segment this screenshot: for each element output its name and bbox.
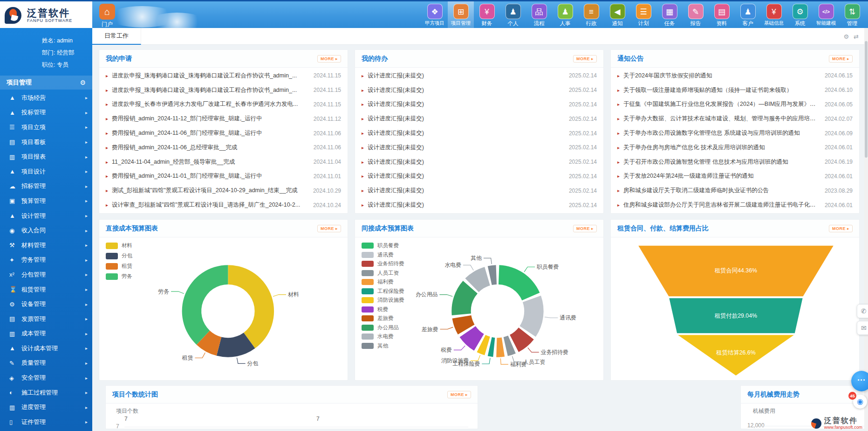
donut-slice-通讯费[interactable] — [519, 296, 543, 337]
nav-item-6[interactable]: ≡行政 — [578, 1, 604, 29]
list-item[interactable]: ▸设计进度汇报(未提交)2025.02.14 — [362, 100, 597, 108]
list-item[interactable]: ▸设计进度汇报(未提交)2025.02.14 — [362, 201, 597, 209]
list-item[interactable]: ▸费用报销_admin_2024-11-06_部门经理审批_胡建,_运行中202… — [106, 129, 341, 137]
phone-icon[interactable]: ✆ — [857, 304, 868, 318]
toggle-icon[interactable]: ⇄ — [854, 33, 859, 40]
list-item[interactable]: ▸房和城乡建设厅关于取消二级建造师临时执业证书的公告2023.08.29 — [617, 187, 853, 195]
nav-item-15[interactable]: </>智能建模 — [813, 1, 839, 29]
list-item[interactable]: ▸设计进度汇报(未提交)2025.02.14 — [362, 172, 597, 180]
legend-item[interactable]: 税费 — [362, 306, 404, 313]
donut-slice-劳务[interactable] — [182, 265, 228, 345]
list-item[interactable]: ▸设计进度汇报(未提交)2025.02.14 — [362, 86, 597, 94]
sidebar-item-11[interactable]: ✦劳务管理▸ — [0, 253, 92, 268]
nav-item-4[interactable]: 品流程 — [526, 1, 552, 29]
nav-item-9[interactable]: ▦任务 — [656, 1, 683, 29]
vertical-scrollbar[interactable] — [864, 28, 868, 431]
legend-item[interactable]: 材料 — [106, 242, 132, 249]
legend-item[interactable]: 分包 — [106, 252, 132, 259]
list-item[interactable]: ▸进度款申报_珠海鹤港口建设_珠海鹤港口建设工程合作协议书_admin_...2… — [106, 86, 341, 94]
more-button[interactable]: MORE ▸ — [447, 391, 471, 398]
sidebar-item-19[interactable]: ◈安全管理▸ — [0, 370, 92, 385]
sidebar-item-16[interactable]: ▥成本管理▸ — [0, 327, 92, 341]
donut-slice-材料[interactable] — [228, 265, 274, 348]
legend-item[interactable]: 租赁 — [106, 263, 132, 270]
nav-item-1[interactable]: ⊞项目管理 — [448, 1, 474, 29]
legend-item[interactable]: 水电费 — [362, 333, 404, 340]
sidebar-item-1[interactable]: ▲投标管理▸ — [0, 105, 92, 120]
sidebar-item-2[interactable]: ☰项目立项▸ — [0, 120, 92, 135]
nav-item-portal[interactable]: ⌂ 门户 — [97, 4, 117, 28]
mail-icon[interactable]: ✉ — [857, 321, 868, 335]
legend-item[interactable]: 其他 — [362, 342, 404, 349]
legend-item[interactable]: 劳务 — [106, 273, 132, 280]
nav-item-8[interactable]: ☰计划 — [630, 1, 656, 29]
list-item[interactable]: ▸设计进度汇报(未提交)2025.02.14 — [362, 115, 597, 123]
legend-item[interactable]: 业务招待费 — [362, 260, 404, 267]
sidebar-section-header[interactable]: 项目管理 ⚙ — [0, 76, 92, 90]
more-button[interactable]: MORE ▸ — [573, 225, 597, 232]
scrollbar-thumb[interactable] — [865, 41, 868, 158]
legend-item[interactable]: 差旅费 — [362, 315, 404, 322]
list-item[interactable]: ▸设计进度汇报(未提交)2025.02.14 — [362, 158, 597, 166]
gear-icon[interactable]: ⚙ — [80, 76, 86, 90]
sidebar-item-5[interactable]: ▲项目设计▸ — [0, 164, 92, 179]
list-item[interactable]: ▸住房和城乡建设部办公厅关于同意吉林省开展二级建造师注册证书电子化试点...20… — [617, 201, 853, 209]
sidebar-item-0[interactable]: ▲市场经营▸ — [0, 90, 92, 105]
sidebar-item-8[interactable]: ▲设计管理▸ — [0, 209, 92, 223]
donut-slice-职员餐费[interactable] — [499, 265, 540, 300]
sidebar-item-22[interactable]: ▯证件管理▸ — [0, 415, 92, 430]
sidebar-item-20[interactable]: ◐施工过程管理▸ — [0, 385, 92, 400]
more-button[interactable]: MORE ▸ — [317, 225, 341, 232]
list-item[interactable]: ▸关于2024年国庆节放假安排的通知2024.06.15 — [617, 72, 853, 80]
more-button[interactable]: MORE ▸ — [317, 55, 341, 63]
list-item[interactable]: ▸设计进度汇报(未提交)2025.02.14 — [362, 72, 597, 80]
sidebar-item-4[interactable]: ▥项目报表▸ — [0, 149, 92, 164]
list-item[interactable]: ▸设计审查_彭祖新城"四馆"景观工程设计项目_请选择_胡广生_2024-10-2… — [106, 201, 341, 209]
list-item[interactable]: ▸设计进度汇报(未提交)2025.02.14 — [362, 129, 597, 137]
legend-item[interactable]: 职员餐费 — [362, 242, 404, 249]
sidebar-item-18[interactable]: ✎质量管理▸ — [0, 356, 92, 371]
list-item[interactable]: ▸测试_彭祖新城"四馆"景观工程设计项目_2024-10-29_admin_结束… — [106, 187, 341, 195]
sidebar-item-10[interactable]: ⚒材料管理▸ — [0, 238, 92, 253]
list-item[interactable]: ▸关于发放2024年第24批一级建造师注册证书的通知2024.06.01 — [617, 172, 853, 180]
sidebar-item-12[interactable]: x²分包管理▸ — [0, 267, 92, 282]
list-item[interactable]: ▸于征集《中国建筑施工行业信息化发展报告（2024）—BIM应用与发展》材料..… — [617, 100, 853, 108]
nav-item-3[interactable]: ♟个人 — [500, 1, 526, 29]
nav-item-7[interactable]: ◀通知 — [604, 1, 630, 29]
nav-item-11[interactable]: ▤资料 — [709, 1, 735, 29]
nav-item-2[interactable]: ¥财务 — [474, 1, 500, 29]
list-item[interactable]: ▸设计进度汇报(未提交)2025.02.14 — [362, 144, 597, 152]
sidebar-item-17[interactable]: ▲设计成本管理▸ — [0, 341, 92, 356]
list-item[interactable]: ▸费用报销_admin_2024-11-06_总经理审批__完成2024.11.… — [106, 144, 341, 152]
legend-item[interactable]: 通讯费 — [362, 251, 404, 258]
list-item[interactable]: ▸关于召开市政公用设施智慧化管理 信息技术与应用培训班的通知2024.06.19 — [617, 158, 853, 166]
nav-item-16[interactable]: ⇅管理 — [839, 1, 865, 29]
list-item[interactable]: ▸11_2024-11-04_admin_经营部_领导审批__完成2024.11… — [106, 158, 341, 166]
sidebar-item-3[interactable]: ▤项目看板▸ — [0, 135, 92, 150]
donut-slice-其他[interactable] — [488, 265, 497, 285]
more-button[interactable]: MORE ▸ — [573, 55, 597, 63]
sidebar-item-14[interactable]: ⚙设备管理▸ — [0, 297, 92, 312]
legend-item[interactable]: 办公用品 — [362, 324, 404, 331]
list-item[interactable]: ▸关于举办住房与房地产信息化 技术及应用培训班的通知2024.06.01 — [617, 144, 853, 152]
list-item[interactable]: ▸费用报销_admin_2024-11-01_部门经理审批_胡建,_运行中202… — [106, 172, 341, 180]
donut-slice-福利费[interactable] — [496, 337, 505, 357]
list-item[interactable]: ▸设计进度汇报(未提交)2025.02.14 — [362, 187, 597, 195]
legend-item[interactable]: 人员工资 — [362, 270, 404, 277]
list-item[interactable]: ▸关于领取一级注册建造师增项贴的通知（须持一建证书前来领取）2024.06.10 — [617, 86, 853, 94]
settings-icon[interactable]: ⚙ — [843, 33, 849, 40]
sidebar-item-6[interactable]: ☁招标管理▸ — [0, 179, 92, 194]
chat-icon[interactable]: ··· — [851, 371, 868, 391]
list-item[interactable]: ▸进度款申报_长春市伊通河水力发电厂改建工程_长春市伊通河水力发电...2024… — [106, 100, 341, 108]
nav-item-10[interactable]: ✎报告 — [683, 1, 709, 29]
sidebar-item-15[interactable]: ▤发票管理▸ — [0, 312, 92, 327]
avatar[interactable] — [7, 37, 37, 68]
sidebar-item-21[interactable]: ▥进度管理▸ — [0, 400, 92, 415]
nav-item-5[interactable]: ♟人事 — [552, 1, 578, 29]
help-icon[interactable]: ◉ 45 — [853, 395, 867, 409]
nav-item-13[interactable]: ¥基础信息 — [761, 1, 787, 29]
sidebar-item-7[interactable]: ▣预算管理▸ — [0, 194, 92, 209]
more-button[interactable]: MORE ▸ — [829, 55, 853, 63]
sidebar-item-13[interactable]: ⌛租赁管理▸ — [0, 282, 92, 297]
legend-item[interactable]: 福利费 — [362, 278, 404, 285]
